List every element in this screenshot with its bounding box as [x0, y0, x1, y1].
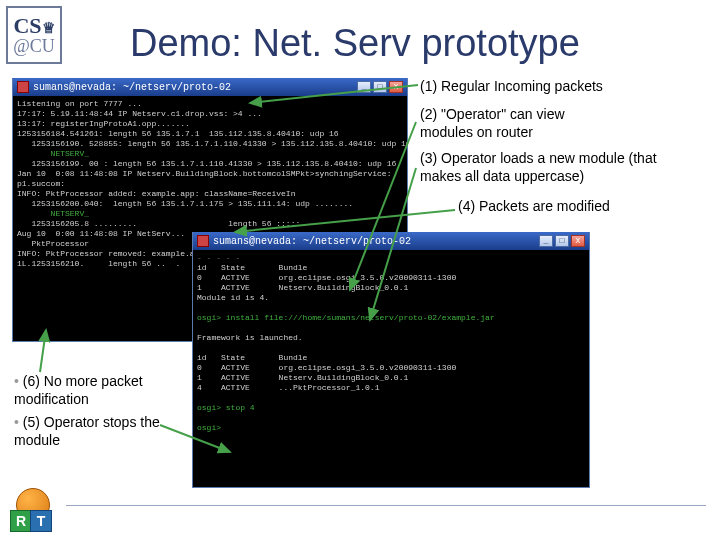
maximize-button[interactable]: □	[555, 235, 569, 247]
footer-divider	[66, 505, 706, 506]
terminal-osgi[interactable]: sumans@nevada: ~/netserv/proto-02 _ □ X …	[192, 232, 590, 488]
annotation-2: (2) "Operator" can view modules on route…	[420, 106, 600, 141]
titlebar-text: sumans@nevada: ~/netserv/proto-02	[213, 236, 411, 247]
terminal-output-osgi: - - - - -id State Bundle0 ACTIVE org.ecl…	[193, 250, 589, 436]
top-logo: CS♕ @CU	[6, 6, 62, 64]
annotation-5: • (5) Operator stops the module	[14, 414, 194, 449]
annotation-4: (4) Packets are modified	[458, 198, 678, 216]
minimize-button[interactable]: _	[357, 81, 371, 93]
logo-cs: CS♕	[13, 15, 54, 37]
titlebar-osgi[interactable]: sumans@nevada: ~/netserv/proto-02 _ □ X	[193, 232, 589, 250]
maximize-button[interactable]: □	[373, 81, 387, 93]
annotation-3: (3) Operator loads a new module (that ma…	[420, 150, 680, 185]
logo-t-badge: T	[30, 510, 52, 532]
logo-cu: @CU	[13, 37, 55, 55]
window-controls: _ □ X	[357, 81, 403, 93]
term-icon	[197, 235, 209, 247]
close-button[interactable]: X	[389, 81, 403, 93]
minimize-button[interactable]: _	[539, 235, 553, 247]
page-title: Demo: Net. Serv prototype	[130, 22, 580, 65]
bottom-logo: R T	[10, 488, 58, 532]
annotation-1: (1) Regular Incoming packets	[420, 78, 603, 96]
titlebar-tcpdump[interactable]: sumans@nevada: ~/netserv/proto-02 _ □ X	[13, 78, 407, 96]
close-button[interactable]: X	[571, 235, 585, 247]
titlebar-text: sumans@nevada: ~/netserv/proto-02	[33, 82, 231, 93]
window-controls: _ □ X	[539, 235, 585, 247]
annotation-6: • (6) No more packet modification	[14, 373, 194, 408]
term-icon	[17, 81, 29, 93]
logo-r-badge: R	[10, 510, 32, 532]
